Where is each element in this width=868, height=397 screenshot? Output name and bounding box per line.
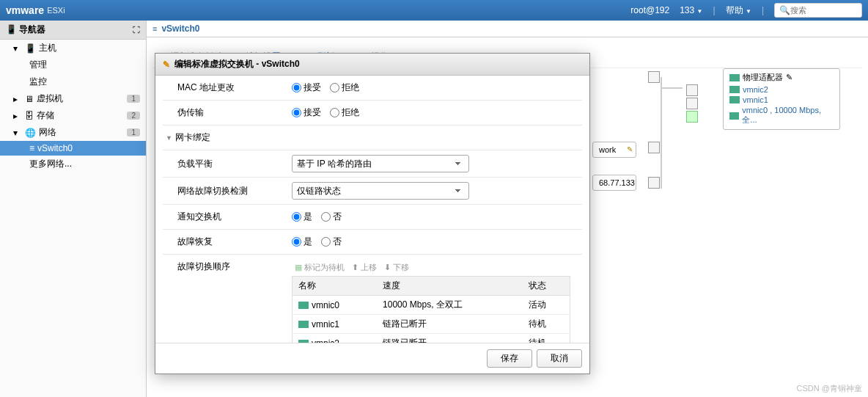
wire	[661, 87, 683, 89]
switch-icon: ≡	[152, 24, 157, 33]
save-button[interactable]: 保存	[487, 349, 532, 368]
nic-speed: 链路已断开	[377, 315, 523, 334]
adapters-header: 物理适配器 ✎	[729, 72, 834, 83]
arrow-down-icon: ⬇	[384, 263, 391, 272]
sidebar-item-manage[interactable]: 管理	[0, 57, 146, 73]
user-label[interactable]: root@192	[630, 5, 669, 15]
move-up-button[interactable]: ⬆ 上移	[352, 262, 377, 273]
btn-label: 下移	[393, 262, 409, 273]
search-box[interactable]: 🔍	[774, 3, 862, 18]
chevron-down-icon: ▾	[13, 43, 22, 54]
chevron-down-icon: ▼	[746, 8, 751, 15]
port-group-box[interactable]: work ✎	[592, 142, 636, 158]
watermark: CSDN @青铜神童	[797, 383, 862, 394]
nic-icon	[298, 321, 309, 328]
nic-speed: 10000 Mbps, 全双工	[377, 296, 523, 315]
nic-order-toolbar: ▦ 标记为待机 ⬆ 上移 ⬇ 下移	[292, 259, 578, 276]
radio-input[interactable]	[292, 237, 301, 247]
maximize-icon[interactable]: ⛶	[133, 26, 140, 34]
chevron-down-icon: ▾	[13, 128, 22, 138]
adapter-label: vmnic1	[743, 95, 768, 104]
adapter-row[interactable]: vmnic0 , 10000 Mbps, 全...	[729, 105, 834, 126]
move-down-button[interactable]: ⬇ 下移	[384, 262, 409, 273]
btn-label: 上移	[361, 262, 377, 273]
sidebar-item-more-networks[interactable]: 更多网络...	[0, 156, 146, 172]
mark-standby-button[interactable]: ▦ 标记为待机	[295, 262, 345, 273]
cancel-button[interactable]: 取消	[537, 349, 582, 368]
radio-label: 拒绝	[342, 81, 359, 94]
port-group-box[interactable]: 68.77.133	[592, 175, 636, 191]
count-badge: 2	[127, 112, 140, 120]
radio-input[interactable]	[292, 108, 301, 117]
row-failover-order: 故障切换顺序 ▦ 标记为待机 ⬆ 上移 ⬇ 下移 名称 速度 状态	[163, 255, 582, 343]
sidebar-item-vm[interactable]: ▸🖥 虚拟机 1	[0, 90, 146, 107]
prop-label: 伪传输	[163, 101, 287, 125]
logo-sub: ESXi	[47, 6, 65, 15]
separator: |	[713, 5, 715, 15]
failover-detection-select[interactable]: 仅链路状态	[292, 182, 469, 200]
sidebar-item-host[interactable]: ▾📱 主机	[0, 40, 146, 57]
table-row[interactable]: vmnic2 链路已断开 待机	[293, 334, 570, 343]
sidebar-item-network[interactable]: ▾🌐 网络 1	[0, 124, 146, 141]
sidebar-item-storage[interactable]: ▸🗄 存储 2	[0, 107, 146, 124]
radio-reject[interactable]: 拒绝	[330, 81, 359, 94]
row-forged-transmits: 伪传输 接受 拒绝	[163, 101, 582, 125]
radio-label: 是	[304, 236, 312, 248]
dialog-footer: 保存 取消	[155, 343, 589, 374]
sidebar-item-label: 监控	[29, 76, 47, 88]
nic-icon: ▦	[295, 263, 302, 272]
radio-no[interactable]: 否	[321, 211, 342, 223]
radio-yes[interactable]: 是	[292, 236, 312, 248]
prop-label: 通知交换机	[163, 205, 287, 229]
sidebar-item-label: 主机	[39, 42, 56, 54]
load-balancing-select[interactable]: 基于 IP 哈希的路由	[292, 155, 469, 172]
row-nic-teaming-header[interactable]: ▼ 网卡绑定	[163, 125, 582, 150]
port-group-label: work	[599, 145, 616, 154]
account-num[interactable]: 133	[680, 5, 694, 15]
radio-input[interactable]	[292, 212, 301, 222]
row-mac-change: MAC 地址更改 接受 拒绝	[163, 76, 582, 101]
count-badge: 1	[127, 128, 140, 136]
adapter-label: vmnic0 , 10000 Mbps, 全...	[742, 106, 834, 125]
radio-input[interactable]	[330, 108, 339, 117]
pencil-icon[interactable]: ✎	[786, 73, 792, 82]
radio-reject[interactable]: 拒绝	[330, 106, 359, 119]
sidebar-item-label: 网络	[39, 126, 56, 139]
radio-accept[interactable]: 接受	[292, 106, 321, 119]
page-title: vSwitch0	[161, 23, 199, 34]
sidebar-item-vswitch0[interactable]: ≡ vSwitch0	[0, 141, 146, 156]
radio-input[interactable]	[321, 212, 331, 222]
prop-label: 负载平衡	[163, 152, 287, 176]
sidebar-item-monitor[interactable]: 监控	[0, 73, 146, 90]
nic-name: vmnic2	[312, 338, 339, 343]
adapter-row[interactable]: vmnic1	[729, 95, 834, 105]
row-notify-switches: 通知交换机 是 否	[163, 205, 582, 230]
nic-status: 活动	[523, 296, 570, 315]
radio-accept[interactable]: 接受	[292, 81, 321, 94]
pencil-icon[interactable]: ✎	[627, 145, 633, 153]
adapters-title: 物理适配器	[743, 72, 783, 83]
nic-icon	[729, 112, 739, 120]
section-title: 网卡绑定	[175, 131, 210, 144]
nic-status: 待机	[523, 334, 570, 343]
help-menu[interactable]: 帮助	[726, 5, 743, 15]
edit-vswitch-dialog: ✎ 编辑标准虚拟交换机 - vSwitch0 MAC 地址更改 接受 拒绝 伪传…	[155, 53, 590, 374]
radio-no[interactable]: 否	[321, 236, 342, 248]
arrow-up-icon: ⬆	[352, 263, 358, 272]
row-failback: 故障恢复 是 否	[163, 230, 582, 255]
radio-input[interactable]	[292, 83, 301, 92]
sidebar-item-label: 更多网络...	[29, 158, 72, 170]
table-row[interactable]: vmnic0 10000 Mbps, 全双工 活动	[293, 296, 570, 315]
radio-yes[interactable]: 是	[292, 211, 312, 223]
col-speed: 速度	[377, 277, 523, 296]
navigator-panel: 📱 导航器 ⛶ ▾📱 主机 管理 监控 ▸🖥 虚拟机 1 ▸🗄 存储 2 ▾🌐 …	[0, 21, 147, 397]
radio-input[interactable]	[330, 83, 339, 92]
chevron-down-icon: ▼	[697, 8, 703, 15]
nic-icon	[729, 86, 740, 93]
row-failover-detection: 网络故障切换检测 仅链路状态	[163, 178, 582, 205]
table-row[interactable]: vmnic1 链路已断开 待机	[293, 315, 570, 334]
prop-label: 网络故障切换检测	[163, 179, 287, 203]
radio-input[interactable]	[321, 237, 331, 247]
adapter-row[interactable]: vmnic2	[729, 84, 834, 95]
search-input[interactable]	[790, 6, 856, 15]
